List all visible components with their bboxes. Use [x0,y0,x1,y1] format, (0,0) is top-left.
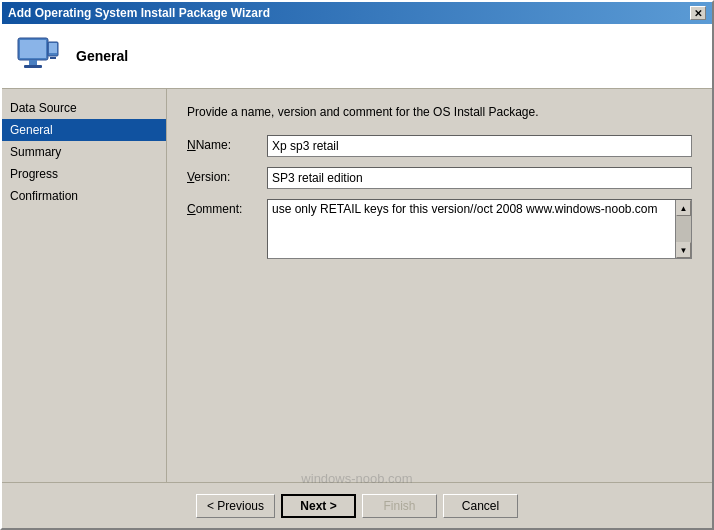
version-label: Version: [187,167,267,184]
footer: windows-noob.com < Previous Next > Finis… [2,482,712,528]
computer-icon [14,32,62,80]
close-button[interactable]: ✕ [690,6,706,20]
header-section: General [2,24,712,89]
scroll-down-button[interactable]: ▼ [676,242,691,258]
cancel-button[interactable]: Cancel [443,494,518,518]
sidebar-item-progress[interactable]: Progress [2,163,166,185]
version-input[interactable] [267,167,692,189]
comment-scrollbar[interactable]: ▲ ▼ [675,200,691,258]
finish-button[interactable]: Finish [362,494,437,518]
name-label: NName: [187,135,267,152]
comment-wrapper: use only RETAIL keys for this version//o… [267,199,692,259]
header-title: General [76,48,128,64]
svg-rect-2 [29,60,37,65]
svg-rect-3 [24,65,42,68]
sidebar-item-datasource[interactable]: Data Source [2,97,166,119]
version-row: Version: [187,167,692,189]
name-row: NName: [187,135,692,157]
window-title: Add Operating System Install Package Wiz… [8,6,270,20]
content-area: Data Source General Summary Progress Con… [2,89,712,482]
comment-input[interactable]: use only RETAIL keys for this version//o… [268,200,675,258]
svg-rect-5 [49,43,57,53]
main-form: Provide a name, version and comment for … [167,89,712,482]
next-button[interactable]: Next > [281,494,356,518]
name-input[interactable] [267,135,692,157]
title-bar: Add Operating System Install Package Wiz… [2,2,712,24]
description-text: Provide a name, version and comment for … [187,105,692,119]
comment-row: Comment: use only RETAIL keys for this v… [187,199,692,259]
scroll-track [676,216,691,242]
sidebar-item-general[interactable]: General [2,119,166,141]
sidebar-item-summary[interactable]: Summary [2,141,166,163]
window-body: General Data Source General Summary Prog… [2,24,712,528]
scroll-up-button[interactable]: ▲ [676,200,691,216]
svg-rect-1 [20,40,46,58]
previous-button[interactable]: < Previous [196,494,275,518]
svg-rect-6 [50,57,56,59]
sidebar: Data Source General Summary Progress Con… [2,89,167,482]
wizard-window: Add Operating System Install Package Wiz… [0,0,714,530]
sidebar-item-confirmation[interactable]: Confirmation [2,185,166,207]
comment-label: Comment: [187,199,267,216]
